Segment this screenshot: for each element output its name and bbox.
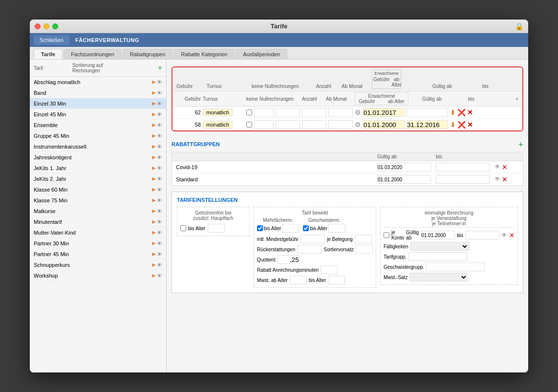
close-button[interactable]: Schließen xyxy=(34,35,69,45)
delete-icon[interactable]: ✕ xyxy=(467,109,473,116)
list-item[interactable]: Instrumentenkarussell ➤👁 xyxy=(30,141,166,152)
list-item[interactable]: Jahreskontigent ➤👁 xyxy=(30,152,166,163)
close-button[interactable] xyxy=(35,23,41,29)
rabatt-anr-input[interactable] xyxy=(321,265,338,274)
delete-icon[interactable]: ✕ xyxy=(467,121,473,129)
bis-alter-input[interactable] xyxy=(328,276,345,284)
tab-tarife[interactable]: Tarife xyxy=(34,49,63,59)
arrow-icon[interactable]: ➤ xyxy=(151,229,156,236)
add-rabatt-button[interactable]: + xyxy=(518,140,523,150)
list-item[interactable]: JeKits 2. Jahr ➤👁 xyxy=(30,174,166,184)
eye-icon[interactable]: 👁 xyxy=(157,122,162,128)
r2-bis[interactable] xyxy=(407,120,448,129)
r1-keine-null-cb[interactable] xyxy=(246,109,252,115)
list-item[interactable]: Klasse 60 Min ➤👁 xyxy=(30,184,166,195)
list-item[interactable]: Klasse 75 Min ➤👁 xyxy=(30,195,166,206)
arrow-icon[interactable]: ➤ xyxy=(151,79,156,86)
r2-erw-ab-alter[interactable] xyxy=(328,120,353,129)
eye-icon[interactable]: 👁 xyxy=(494,175,500,183)
arrow-icon[interactable]: ➤ xyxy=(151,175,156,182)
arrow-icon[interactable]: ➤ xyxy=(151,240,156,247)
list-item[interactable]: Mutter-Vater-Kind ➤👁 xyxy=(30,227,166,238)
eye-icon[interactable]: 👁 xyxy=(157,240,162,246)
r2-keine-null-cb[interactable] xyxy=(246,122,252,128)
arrow-icon[interactable]: ➤ xyxy=(151,132,156,139)
geschwister-alter-input[interactable] xyxy=(328,224,345,233)
r1-anzahl[interactable] xyxy=(254,108,274,117)
arrow-icon[interactable]: ➤ xyxy=(151,272,156,279)
arrow-icon[interactable]: ➤ xyxy=(151,143,156,150)
eye-icon[interactable]: 👁 xyxy=(157,219,162,225)
je-konto-cb[interactable] xyxy=(384,232,389,238)
arrow-icon[interactable]: ➤ xyxy=(151,261,156,268)
list-item[interactable]: JeKits 1. Jahr ➤👁 xyxy=(30,163,166,174)
arrow-icon[interactable]: ➤ xyxy=(151,100,156,107)
mwst-ab-input[interactable] xyxy=(290,276,307,284)
list-item[interactable]: Workshop ➤👁 xyxy=(30,270,166,281)
tab-rabatte-kategorien[interactable]: Rabatte Kategorien xyxy=(174,49,235,59)
delete-icon[interactable]: ✕ xyxy=(509,232,515,239)
list-item[interactable]: Band ➤👁 xyxy=(30,87,166,98)
list-item[interactable]: Partner 30 Min ➤👁 xyxy=(30,238,166,249)
arrow-icon[interactable]: ➤ xyxy=(151,89,156,96)
eye-icon[interactable]: 👁 xyxy=(157,197,162,203)
quotient-input[interactable] xyxy=(278,255,300,264)
mehrfach-alter-input[interactable] xyxy=(282,224,299,233)
r1-bis[interactable] xyxy=(407,108,448,117)
rr2-bis-input[interactable] xyxy=(436,175,490,184)
delete-icon[interactable]: ✕ xyxy=(502,163,508,171)
tarifgruppe-input[interactable] xyxy=(408,252,467,261)
tab-fachzuordnungen[interactable]: Fachzuordnungen xyxy=(64,49,122,59)
eye-icon[interactable]: 👁 xyxy=(157,251,162,257)
r2-gueltig-ab[interactable] xyxy=(363,120,405,129)
sortiervorsatz-input[interactable] xyxy=(356,245,373,254)
maximize-button[interactable] xyxy=(52,23,58,29)
r1-gueltig-ab[interactable] xyxy=(363,108,405,117)
eye-icon[interactable]: 👁 xyxy=(157,144,162,150)
col1-bis-alter-input[interactable] xyxy=(208,224,225,233)
list-item[interactable]: Abschlag monatlich ➤ 👁 xyxy=(30,77,166,87)
minimize-button[interactable] xyxy=(43,23,49,29)
eye-icon[interactable]: 👁 xyxy=(157,79,162,85)
list-item[interactable]: Einzel 45 Min ➤👁 xyxy=(30,109,166,120)
geschwister-cb[interactable] xyxy=(303,225,309,231)
gueltig-ab-input[interactable] xyxy=(421,231,455,240)
arrow-icon[interactable]: ➤ xyxy=(151,208,156,215)
eye-icon[interactable]: 👁 xyxy=(501,232,507,239)
list-item[interactable]: Partner 45 Min ➤👁 xyxy=(30,249,166,260)
tab-ausfallperioden[interactable]: Ausfallperioden xyxy=(236,49,287,59)
eye-icon[interactable]: 👁 xyxy=(157,133,162,139)
list-item[interactable]: Gruppe 45 Min ➤👁 xyxy=(30,131,166,141)
arrow-icon[interactable]: ➤ xyxy=(151,154,156,161)
delete-icon[interactable]: ✕ xyxy=(502,175,508,183)
tab-rabattgruppen[interactable]: Rabattgruppen xyxy=(123,49,173,59)
r2-ab-monat[interactable] xyxy=(276,120,300,129)
list-item[interactable]: Minutentarif ➤👁 xyxy=(30,217,166,227)
facherverwaltung-button[interactable]: FÄCHERVERWALTUNG xyxy=(71,35,143,45)
add-tarif-button[interactable]: + xyxy=(158,64,162,72)
r1-ab-monat[interactable] xyxy=(276,108,300,117)
eye-icon[interactable]: 👁 xyxy=(157,273,162,279)
gear-icon[interactable]: ⚙ xyxy=(355,109,361,116)
eye-icon[interactable]: 👁 xyxy=(157,176,162,182)
list-item-selected[interactable]: Einzel 30 Min ➤👁 xyxy=(30,98,166,109)
r2-anzahl[interactable] xyxy=(254,120,274,129)
mtl-input[interactable] xyxy=(300,235,325,243)
download-icon[interactable]: ⬇ xyxy=(450,121,456,129)
faelligkeiten-select[interactable] xyxy=(410,242,469,251)
arrow-icon[interactable]: ➤ xyxy=(151,111,156,118)
rr2-gueltig-ab-input[interactable] xyxy=(377,175,431,184)
eye-icon[interactable]: 👁 xyxy=(157,154,162,160)
list-item[interactable]: Malkurse ➤👁 xyxy=(30,206,166,217)
gear-icon[interactable]: ⚙ xyxy=(355,121,361,129)
eye-icon[interactable]: 👁 xyxy=(494,163,500,171)
arrow-icon[interactable]: ➤ xyxy=(151,218,156,225)
arrow-icon[interactable]: ➤ xyxy=(151,251,156,258)
copy-icon[interactable]: ❌ xyxy=(457,121,466,129)
je-belegung-input[interactable] xyxy=(355,235,372,243)
eye-icon[interactable]: 👁 xyxy=(157,262,162,268)
list-item[interactable]: Schnupperkurs ➤👁 xyxy=(30,260,166,270)
mehrfach-cb[interactable] xyxy=(257,225,263,231)
rr1-bis-input[interactable] xyxy=(436,163,490,172)
geschwistergruppe-input[interactable] xyxy=(426,262,485,271)
